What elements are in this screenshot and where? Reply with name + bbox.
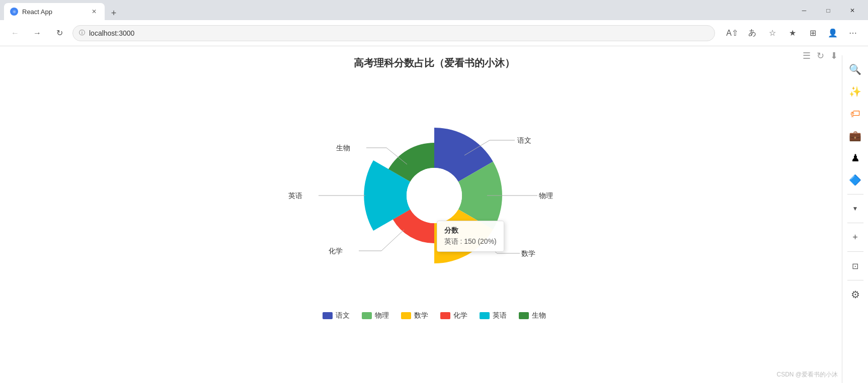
chart-area: 语文 物理 数学 化学 英语 生物: [258, 75, 610, 306]
sidebar-search-icon[interactable]: 🔍: [845, 59, 865, 79]
legend-item-huaxue: 化学: [440, 311, 467, 320]
more-icon[interactable]: ⋯: [844, 24, 862, 42]
sidebar-games-icon[interactable]: ♟: [845, 148, 865, 168]
legend-color-yingyu: [480, 312, 490, 319]
sidebar-collapse-icon[interactable]: ▼: [845, 199, 865, 219]
minimize-button[interactable]: ─: [793, 3, 816, 18]
address-bar[interactable]: ⓘ localhost:3000: [72, 25, 715, 41]
forward-button[interactable]: →: [28, 24, 46, 42]
sidebar-extra-icon[interactable]: 🔷: [845, 170, 865, 190]
label-line-huaxue: [381, 230, 404, 251]
chart-tooltip: 分数 英语 : 150 (20%): [437, 221, 504, 252]
legend-item-shuxue: 数学: [401, 311, 428, 320]
sidebar-divider3: [847, 251, 863, 252]
refresh-button[interactable]: ↻: [50, 24, 68, 42]
legend-label-wuli: 物理: [375, 311, 389, 320]
browser-toolbar: A⇧ あ ☆ ★ ⊞ 👤 ⋯: [723, 24, 862, 42]
sidebar-divider4: [847, 280, 863, 280]
legend-color-yuwen: [323, 312, 333, 319]
favorites-icon[interactable]: ★: [783, 24, 802, 42]
close-button[interactable]: ✕: [841, 3, 864, 18]
maximize-button[interactable]: □: [817, 3, 840, 18]
url-text: localhost:3000: [89, 29, 708, 37]
content-area: ☰ ↻ ⬇ 高考理科分数占比（爱看书的小沐）: [0, 46, 868, 383]
sidebar-collections-icon[interactable]: 🏷: [845, 104, 865, 124]
label-text-yingyu: 英语: [288, 191, 302, 200]
immersive-reader-icon[interactable]: あ: [743, 24, 761, 42]
chart-toolbar: ☰ ↻ ⬇: [803, 50, 838, 61]
browser-window: ⚛ React App ✕ + ─ □ ✕ ← → ↻ ⓘ localhost:…: [0, 0, 868, 383]
add-favorites-icon[interactable]: ☆: [763, 24, 781, 42]
legend-item-yingyu: 英语: [480, 311, 507, 320]
sidebar-customize-icon[interactable]: ⊡: [845, 256, 865, 276]
inner-circle: [407, 168, 462, 223]
tooltip-title: 分数: [444, 226, 497, 235]
tooltip-subject: 英语 : 150 (20%): [444, 237, 497, 245]
window-controls: ─ □ ✕: [793, 3, 864, 20]
sidebar-divider2: [847, 223, 863, 223]
legend-item-wuli: 物理: [362, 311, 389, 320]
legend-label-yingyu: 英语: [493, 311, 507, 320]
browser-sidebar: 🔍 ✨ 🏷 💼 ♟ 🔷 ▼ + ⊡ ⚙: [842, 55, 868, 383]
tab-favicon: ⚛: [10, 8, 18, 16]
sidebar-divider: [847, 194, 863, 195]
active-tab[interactable]: ⚛ React App ✕: [4, 3, 105, 20]
legend-label-shengwu: 生物: [532, 311, 546, 320]
chart-legend: 语文 物理 数学 化学 英语 生物: [323, 311, 546, 320]
label-text-huaxue: 化学: [329, 247, 343, 255]
security-icon: ⓘ: [79, 29, 85, 37]
label-text-wuli: 物理: [539, 191, 553, 200]
label-text-shengwu: 生物: [336, 144, 350, 152]
sidebar-ai-icon[interactable]: ✨: [845, 81, 865, 102]
legend-label-huaxue: 化学: [453, 311, 467, 320]
watermark: CSDN @爱看书的小沐: [776, 370, 838, 379]
legend-color-shengwu: [519, 312, 529, 319]
tab-close-button[interactable]: ✕: [90, 7, 99, 16]
pie-chart-svg: 语文 物理 数学 化学 英语 生物: [258, 75, 610, 306]
legend-label-yuwen: 语文: [336, 311, 350, 320]
tooltip-value: 英语 : 150 (20%): [444, 237, 497, 246]
tab-title: React App: [22, 8, 86, 16]
new-tab-button[interactable]: +: [107, 6, 121, 20]
chart-download-icon[interactable]: ⬇: [830, 50, 838, 61]
label-text-yuwen: 语文: [517, 136, 531, 144]
legend-item-yuwen: 语文: [323, 311, 350, 320]
read-aloud-icon[interactable]: A⇧: [723, 24, 741, 42]
collections-icon[interactable]: ⊞: [804, 24, 822, 42]
legend-color-shuxue: [401, 312, 411, 319]
sidebar-add-icon[interactable]: +: [845, 227, 865, 247]
sidebar-tools-icon[interactable]: 💼: [845, 126, 865, 146]
legend-color-huaxue: [440, 312, 450, 319]
chart-table-icon[interactable]: ☰: [803, 50, 811, 61]
legend-label-shuxue: 数学: [414, 311, 428, 320]
legend-item-shengwu: 生物: [519, 311, 546, 320]
profile-icon[interactable]: 👤: [824, 24, 842, 42]
label-text-shuxue: 数学: [521, 249, 535, 257]
sidebar-settings-icon[interactable]: ⚙: [845, 284, 865, 305]
legend-color-wuli: [362, 312, 372, 319]
back-button[interactable]: ←: [6, 24, 24, 42]
address-bar-row: ← → ↻ ⓘ localhost:3000 A⇧ あ ☆ ★ ⊞ 👤 ⋯: [0, 20, 868, 46]
tab-bar: ⚛ React App ✕ + ─ □ ✕: [0, 0, 868, 20]
chart-refresh-icon[interactable]: ↻: [817, 50, 824, 61]
chart-title: 高考理科分数占比（爱看书的小沐）: [354, 56, 515, 70]
